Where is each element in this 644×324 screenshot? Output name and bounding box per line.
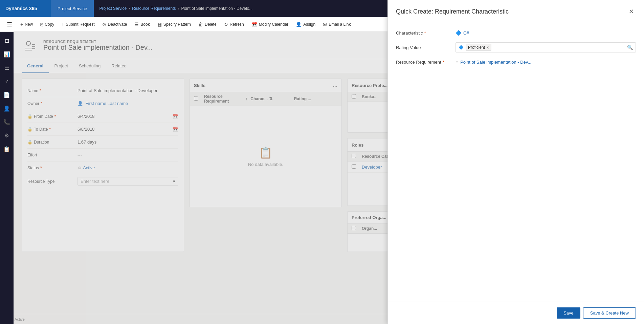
deactivate-icon: ⊘	[102, 22, 106, 27]
sidebar-item-dashboard[interactable]: 📊	[1, 48, 13, 60]
email-link-button[interactable]: ✉ Email a Link	[319, 20, 354, 29]
resource-req-icon: ≡	[456, 59, 458, 65]
specify-icon: ▦	[157, 22, 162, 27]
refresh-button[interactable]: ↻ Refresh	[221, 20, 247, 29]
qc-body: Characteristic * 🔷 C# Rating Value 🔷 Pro…	[388, 22, 644, 302]
overlay	[14, 32, 401, 324]
modify-calendar-icon: 📅	[251, 22, 257, 27]
rating-field-icon: 🔷	[459, 45, 464, 50]
left-sidebar: ⊞ 📊 ☰ ✓ 📄 👤 📞 ⚙ 📋	[0, 32, 14, 324]
modify-calendar-button[interactable]: 📅 Modify Calendar	[248, 20, 292, 29]
sidebar-item-list[interactable]: ☰	[1, 62, 13, 74]
delete-icon: 🗑	[198, 22, 203, 27]
qc-close-button[interactable]: ✕	[626, 7, 636, 16]
rating-tag: Proficient ✕	[466, 44, 491, 51]
quick-create-panel: Quick Create: Requirement Characteristic…	[387, 0, 644, 324]
sidebar-item-docs[interactable]: 📄	[1, 89, 13, 101]
qc-resource-req-label: Resource Requirement *	[396, 60, 450, 65]
new-button[interactable]: + New	[17, 20, 36, 29]
assign-icon: 👤	[296, 22, 302, 27]
qc-resource-req-field: Resource Requirement * ≡ Point of Sale i…	[396, 59, 636, 65]
qc-resource-req-value[interactable]: ≡ Point of Sale implementation - Dev...	[456, 59, 636, 65]
refresh-icon: ↻	[224, 22, 228, 27]
qc-title: Quick Create: Requirement Characteristic	[396, 8, 509, 15]
csharp-icon: 🔷	[456, 30, 461, 36]
deactivate-button[interactable]: ⊘ Deactivate	[99, 20, 131, 29]
qc-characteristic-label: Characteristic *	[396, 30, 450, 36]
brand-logo[interactable]: Dynamics 365	[0, 0, 51, 17]
specify-pattern-button[interactable]: ▦ Specify Pattern	[154, 20, 194, 29]
sidebar-item-reports[interactable]: 📋	[1, 143, 13, 155]
qc-footer: Save Save & Create New	[388, 302, 644, 324]
hamburger-button[interactable]: ☰	[3, 17, 16, 31]
breadcrumb-project-service[interactable]: Project Service	[99, 6, 127, 11]
assign-button[interactable]: 👤 Assign	[292, 20, 319, 29]
sidebar-item-tasks[interactable]: ✓	[1, 75, 13, 87]
email-icon: ✉	[323, 22, 327, 27]
sidebar-item-home[interactable]: ⊞	[1, 35, 13, 47]
save-create-new-button[interactable]: Save & Create New	[583, 307, 636, 319]
sidebar-item-phone[interactable]: 📞	[1, 116, 13, 128]
rating-search-button[interactable]: 🔍	[627, 45, 633, 50]
copy-icon: ⎘	[40, 22, 43, 27]
breadcrumb: Project Service › Resource Requirements …	[94, 6, 258, 11]
book-icon: ☰	[134, 22, 139, 27]
qc-rating-input-wrapper: 🔷 Proficient ✕ 🔍	[456, 42, 636, 52]
book-button[interactable]: ☰ Book	[131, 20, 153, 29]
module-tab[interactable]: Project Service	[51, 0, 94, 17]
breadcrumb-current: Point of Sale implementation - Develo...	[181, 6, 253, 11]
qc-rating-field: Rating Value 🔷 Proficient ✕ 🔍	[396, 42, 636, 52]
submit-icon: ↑	[62, 22, 64, 27]
save-button[interactable]: Save	[557, 307, 580, 319]
sidebar-item-settings[interactable]: ⚙	[1, 129, 13, 142]
qc-characteristic-value[interactable]: 🔷 C#	[456, 30, 636, 36]
delete-button[interactable]: 🗑 Delete	[195, 20, 220, 29]
qc-rating-label: Rating Value	[396, 45, 450, 50]
submit-button[interactable]: ↑ Submit Request	[58, 20, 98, 29]
qc-header: Quick Create: Requirement Characteristic…	[388, 0, 644, 22]
breadcrumb-resource-req[interactable]: Resource Requirements	[132, 6, 176, 11]
new-icon: +	[20, 22, 23, 27]
qc-characteristic-field: Characteristic * 🔷 C#	[396, 30, 636, 36]
rating-tag-close[interactable]: ✕	[486, 46, 489, 49]
sidebar-item-contacts[interactable]: 👤	[1, 102, 13, 114]
copy-button[interactable]: ⎘ Copy	[37, 20, 58, 29]
